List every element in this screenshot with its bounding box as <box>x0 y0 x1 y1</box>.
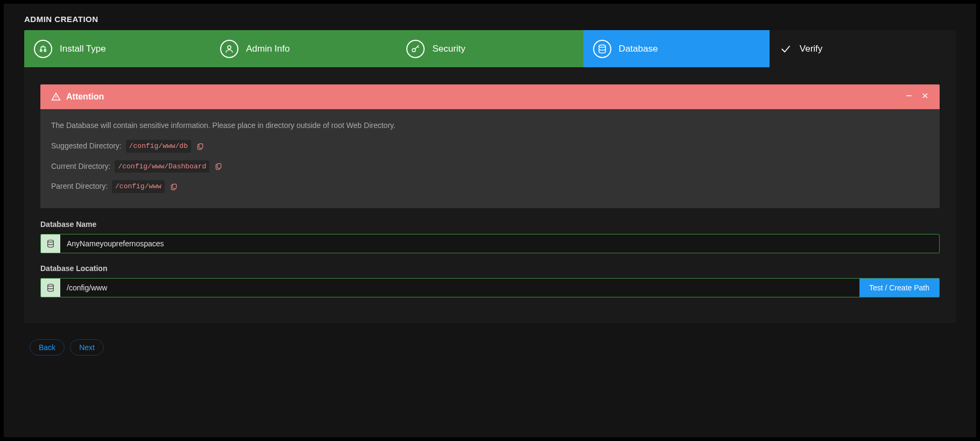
database-name-input[interactable] <box>60 234 939 253</box>
database-name-group: Database Name <box>40 220 940 253</box>
database-icon <box>41 279 60 297</box>
database-icon <box>41 234 60 253</box>
parent-path: /config/www <box>112 180 165 193</box>
user-icon <box>220 40 238 58</box>
database-name-input-group <box>40 234 940 253</box>
parent-directory-row: Parent Directory: /config/www <box>51 180 929 193</box>
alert-body: The Database will contain sensitive info… <box>40 109 940 208</box>
next-button[interactable]: Next <box>70 339 104 355</box>
database-name-label: Database Name <box>40 220 940 229</box>
svg-rect-5 <box>173 184 177 188</box>
close-icon[interactable] <box>921 92 929 102</box>
current-directory-row: Current Directory: /config/www/Dashboard <box>51 160 929 173</box>
step-label: Install Type <box>60 44 106 54</box>
suggested-path: /config/www/db <box>126 140 191 153</box>
database-location-input[interactable] <box>60 279 859 297</box>
clipboard-icon[interactable] <box>170 183 178 190</box>
key-icon <box>406 40 425 58</box>
suggested-directory-row: Suggested Directory: /config/www/db <box>51 140 929 153</box>
svg-point-2 <box>599 45 605 47</box>
database-icon <box>593 40 611 58</box>
svg-point-0 <box>228 46 231 49</box>
svg-point-1 <box>412 48 415 52</box>
current-label: Current Directory: <box>51 161 110 172</box>
step-database[interactable]: Database <box>583 30 770 67</box>
install-type-icon <box>34 40 52 58</box>
clipboard-icon[interactable] <box>196 143 204 150</box>
step-label: Verify <box>800 44 823 54</box>
database-location-label: Database Location <box>40 264 940 273</box>
warning-icon <box>51 92 61 102</box>
clipboard-icon[interactable] <box>215 162 222 170</box>
wizard-steps: Install Type Admin Info Security Databas… <box>24 30 956 67</box>
database-location-input-group: Test / Create Path <box>40 278 940 297</box>
suggested-label: Suggested Directory: <box>51 140 122 152</box>
alert-title: Attention <box>66 92 104 102</box>
step-label: Admin Info <box>246 44 290 54</box>
footer-buttons: Back Next <box>24 339 956 355</box>
alert-message: The Database will contain sensitive info… <box>51 120 929 131</box>
attention-alert: Attention The Database will contain sens… <box>40 84 940 208</box>
app-frame: ADMIN CREATION Install Type Admin Info S… <box>3 3 977 438</box>
check-icon <box>779 42 792 55</box>
step-label: Database <box>619 44 658 54</box>
current-path: /config/www/Dashboard <box>115 160 209 173</box>
svg-point-7 <box>48 284 54 286</box>
database-location-group: Database Location Test / Create Path <box>40 264 940 297</box>
svg-rect-4 <box>217 164 221 168</box>
back-button[interactable]: Back <box>30 339 65 355</box>
parent-label: Parent Directory: <box>51 181 108 192</box>
step-install-type[interactable]: Install Type <box>24 30 210 67</box>
step-security[interactable]: Security <box>397 30 583 67</box>
alert-actions <box>905 92 929 102</box>
alert-header: Attention <box>40 84 940 109</box>
step-label: Security <box>432 44 465 54</box>
svg-point-6 <box>48 240 54 242</box>
svg-rect-3 <box>199 144 203 148</box>
content-area: Attention The Database will contain sens… <box>24 67 956 323</box>
wizard-card: Install Type Admin Info Security Databas… <box>24 30 956 323</box>
test-create-path-button[interactable]: Test / Create Path <box>859 279 939 297</box>
page-title: ADMIN CREATION <box>24 15 956 24</box>
minimize-icon[interactable] <box>905 92 913 102</box>
step-verify[interactable]: Verify <box>770 30 956 67</box>
step-admin-info[interactable]: Admin Info <box>210 30 397 67</box>
